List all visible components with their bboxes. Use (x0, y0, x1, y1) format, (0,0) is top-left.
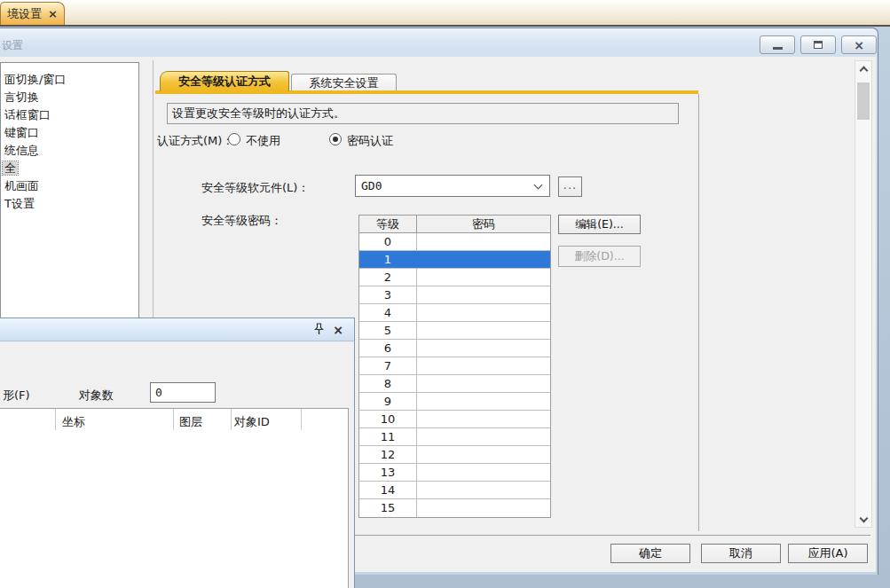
minimize-icon (773, 47, 783, 50)
tree-item[interactable]: 话框窗口 (1, 106, 138, 124)
table-row[interactable]: 13 (359, 464, 550, 482)
auth-method-label: 认证方式(M)： (157, 133, 233, 149)
footer-separator (355, 535, 870, 536)
mdi-tab-label: 境设置 (7, 6, 42, 22)
tree-item[interactable]: 面切换/窗口 (1, 71, 138, 89)
chevron-up-icon (859, 66, 868, 74)
radio-password-auth[interactable] (329, 133, 342, 145)
description-box: 设置更改安全等级时的认证方式。 (167, 103, 679, 124)
column-header-coordinates: 坐标 (62, 414, 85, 430)
tree-item[interactable]: 键窗口 (1, 124, 138, 142)
table-header-row: 等级 密码 (359, 216, 550, 233)
restore-button[interactable] (800, 35, 836, 54)
tree-item[interactable]: T设置 (1, 195, 138, 213)
cancel-button[interactable]: 取消 (701, 544, 781, 563)
level-device-combobox[interactable]: GD0 (355, 175, 550, 197)
mdi-tab-bar: 境设置 × (0, 0, 890, 27)
restore-icon (814, 41, 823, 49)
table-row[interactable]: 5 (359, 322, 550, 340)
radio-not-used[interactable] (228, 133, 240, 145)
object-count-field[interactable]: 0 (150, 382, 216, 403)
level-password-label: 安全等级密码： (201, 213, 282, 229)
object-count-label: 对象数 (79, 388, 114, 404)
tree-item[interactable]: 言切换 (1, 89, 138, 106)
tab-close-icon[interactable]: × (48, 7, 58, 20)
column-separator (301, 409, 302, 430)
panel-close-icon[interactable]: × (333, 324, 343, 336)
pin-icon[interactable] (314, 323, 324, 337)
tree-item[interactable]: 统信息 (1, 142, 138, 160)
fill-label: 形(F) (3, 388, 30, 404)
tab-system-security[interactable]: 系统安全设置 (291, 74, 397, 91)
scroll-down-button[interactable] (855, 512, 871, 527)
object-list[interactable]: 坐标 图层 对象ID (0, 408, 349, 588)
table-row[interactable]: 15 (359, 499, 550, 517)
column-separator (173, 409, 174, 430)
dialog-vertical-scrollbar[interactable] (855, 60, 872, 528)
panel-titlebar[interactable]: × (0, 318, 354, 341)
table-row[interactable]: 9 (359, 393, 550, 411)
mdi-tab-environment-settings[interactable]: 境设置 × (0, 2, 65, 25)
table-row[interactable]: 1 (359, 251, 550, 269)
table-row[interactable]: 6 (359, 340, 550, 357)
column-separator (55, 409, 56, 430)
header-level: 等级 (359, 216, 417, 232)
scrollbar-thumb[interactable] (857, 82, 870, 120)
ok-button[interactable]: 确定 (610, 544, 690, 563)
chevron-down-icon (534, 181, 543, 190)
radio-not-used-label[interactable]: 不使用 (246, 133, 280, 149)
tab-security-level-auth[interactable]: 安全等级认证方式 (160, 71, 289, 91)
column-header-object-id: 对象ID (234, 414, 270, 430)
apply-button[interactable]: 应用(A) (788, 544, 868, 563)
chevron-down-icon (859, 514, 868, 522)
column-header-layer: 图层 (179, 414, 202, 430)
table-row[interactable]: 4 (359, 304, 550, 322)
delete-button: 删除(D)... (558, 246, 641, 267)
content-right-divider (698, 94, 699, 531)
table-row[interactable]: 0 (359, 233, 550, 251)
screen: 境设置 × 设置 × 面切换/窗口 言切换 话框窗口 键窗口 统信息 全 机画面… (0, 0, 890, 588)
close-button[interactable]: × (841, 35, 877, 54)
table-row[interactable]: 10 (359, 411, 550, 428)
table-row[interactable]: 7 (359, 357, 550, 375)
dialog-title: 设置 (2, 38, 23, 53)
window-controls: × (760, 35, 877, 54)
minimize-button[interactable] (760, 35, 795, 54)
table-row[interactable]: 3 (359, 286, 550, 304)
level-device-label: 安全等级软元件(L)： (201, 180, 309, 196)
close-icon: × (854, 39, 864, 51)
table-row[interactable]: 14 (359, 482, 550, 499)
level-device-value: GD0 (361, 179, 382, 192)
tree-item[interactable]: 机画面 (1, 177, 138, 195)
level-password-table: 等级 密码 0 1 2 3 (358, 215, 551, 518)
radio-password-auth-label[interactable]: 密码认证 (347, 133, 393, 149)
edit-button[interactable]: 编辑(E)... (558, 215, 641, 234)
tree-item[interactable]: 全 (1, 160, 138, 177)
object-list-panel: × 形(F) 对象数 0 坐标 图层 对象ID (0, 318, 355, 588)
table-body: 0 1 2 3 4 (359, 233, 550, 517)
column-separator (231, 409, 232, 430)
scroll-up-button[interactable] (855, 61, 871, 76)
table-row[interactable]: 12 (359, 446, 550, 464)
table-row[interactable]: 8 (359, 375, 550, 393)
device-browse-button[interactable]: ... (558, 176, 582, 197)
table-row[interactable]: 11 (359, 428, 550, 446)
header-password: 密码 (417, 216, 550, 232)
table-row[interactable]: 2 (359, 269, 550, 286)
